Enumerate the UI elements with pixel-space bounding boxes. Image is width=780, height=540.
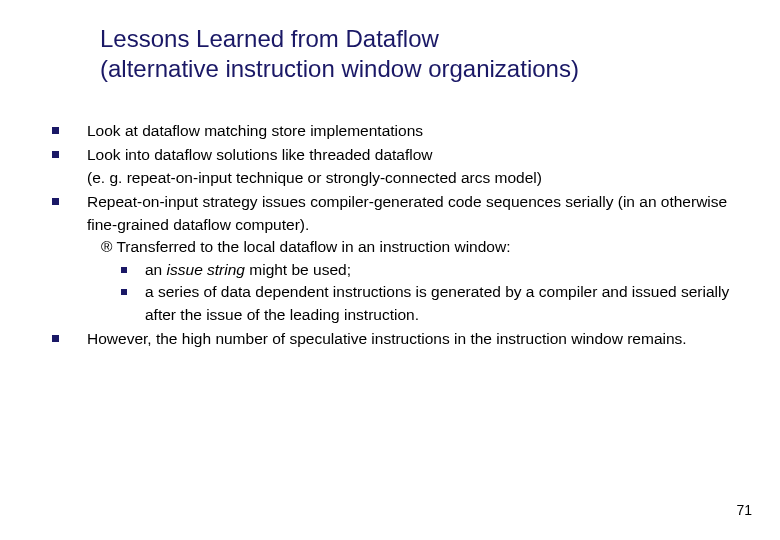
text-pre: an	[145, 261, 167, 278]
square-bullet-icon	[52, 151, 59, 158]
square-bullet-icon	[52, 198, 59, 205]
text-line: (e. g. repeat-on-input technique or stro…	[87, 169, 542, 186]
page-number: 71	[736, 502, 752, 518]
sub-bullet-item: an issue string might be used;	[87, 259, 752, 281]
bullet-text: However, the high number of speculative …	[87, 328, 752, 350]
title-line-2: (alternative instruction window organiza…	[100, 55, 579, 82]
bullet-text: Look into dataflow solutions like thread…	[87, 144, 752, 189]
square-bullet-icon	[52, 127, 59, 134]
square-bullet-icon	[121, 289, 127, 295]
bullet-text: Look at dataflow matching store implemen…	[87, 120, 752, 142]
arrow-line: ® Transferred to the local dataflow in a…	[87, 236, 752, 258]
slide: Lessons Learned from Dataflow (alternati…	[0, 0, 780, 540]
slide-title: Lessons Learned from Dataflow (alternati…	[100, 24, 720, 84]
bullet-text: Repeat-on-input strategy issues compiler…	[87, 191, 752, 326]
slide-body: Look at dataflow matching store implemen…	[52, 120, 752, 353]
sub-bullet-text: a series of data dependent instructions …	[145, 281, 752, 326]
sub-bullet-item: a series of data dependent instructions …	[87, 281, 752, 326]
bullet-item: Look into dataflow solutions like thread…	[52, 144, 752, 189]
arrow-icon: ®	[101, 238, 112, 255]
square-bullet-icon	[121, 267, 127, 273]
text-italic: issue string	[167, 261, 245, 278]
bullet-item: Look at dataflow matching store implemen…	[52, 120, 752, 142]
bullet-item: Repeat-on-input strategy issues compiler…	[52, 191, 752, 326]
bullet-item: However, the high number of speculative …	[52, 328, 752, 350]
text-post: might be used;	[245, 261, 351, 278]
text-line: Repeat-on-input strategy issues compiler…	[87, 193, 727, 232]
title-line-1: Lessons Learned from Dataflow	[100, 25, 439, 52]
square-bullet-icon	[52, 335, 59, 342]
text-line: Look into dataflow solutions like thread…	[87, 146, 433, 163]
sub-bullet-text: an issue string might be used;	[145, 259, 752, 281]
text-line: Transferred to the local dataflow in an …	[112, 238, 510, 255]
